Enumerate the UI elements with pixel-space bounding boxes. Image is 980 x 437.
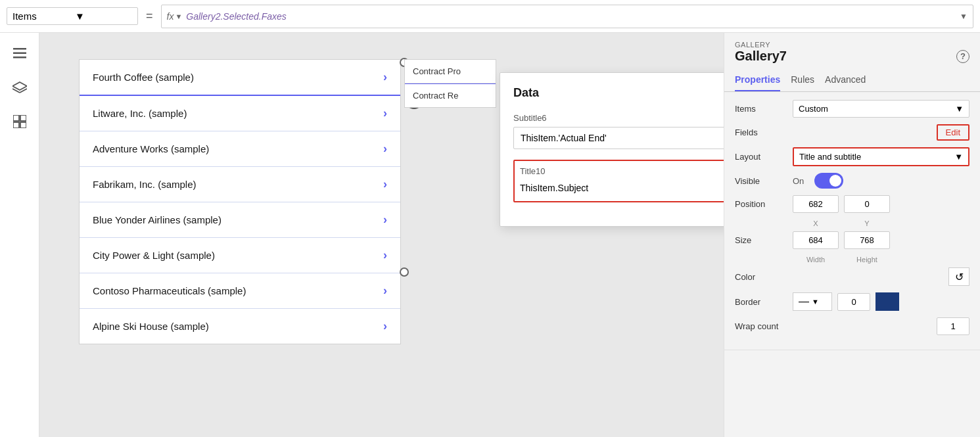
- gallery-item-7[interactable]: Alpine Ski House (sample) ›: [80, 309, 400, 344]
- color-swatch[interactable]: ↺: [948, 267, 969, 286]
- position-y-input[interactable]: [844, 195, 890, 213]
- gallery-container: Fourth Coffee (sample) › Litware, Inc. (…: [79, 59, 401, 344]
- subtitle-value: ThisItem.'Actual End': [521, 133, 607, 143]
- layout-control[interactable]: Title and subtitle ▼: [793, 147, 969, 166]
- top-bar: Items ▼ = fx ▼ Gallery2.Selected.Faxes ▼: [0, 0, 980, 33]
- height-input[interactable]: [844, 231, 890, 249]
- main-layout: Fourth Coffee (sample) › Litware, Inc. (…: [0, 33, 980, 437]
- gallery-item-3[interactable]: Fabrikam, Inc. (sample) ›: [80, 167, 400, 202]
- gallery-item-0[interactable]: Fourth Coffee (sample) ›: [80, 60, 400, 96]
- gallery-chevron-0: ›: [383, 70, 387, 84]
- hamburger-icon[interactable]: [9, 43, 30, 64]
- contract-panel-content: Contract Re: [405, 84, 496, 107]
- gallery-item-text-5: City Power & Light (sample): [93, 250, 383, 261]
- size-row: Size: [735, 231, 969, 249]
- border-line-icon: —: [799, 296, 809, 308]
- width-label: Width: [793, 256, 839, 264]
- svg-marker-3: [12, 82, 27, 90]
- svg-rect-6: [13, 115, 19, 121]
- gallery-chevron-7: ›: [383, 319, 387, 333]
- svg-rect-9: [20, 122, 26, 128]
- wrap-value-input[interactable]: [937, 317, 969, 335]
- visible-row: Visible On: [735, 173, 969, 189]
- wrap-prop-label: Wrap count: [735, 321, 787, 331]
- svg-rect-8: [13, 122, 19, 128]
- data-panel: Data × Subtitle6 ThisItem.'Actual End' ▼…: [500, 72, 724, 227]
- fx-chevron-icon: ▼: [175, 12, 182, 20]
- svg-rect-7: [20, 115, 26, 121]
- title-field-group: Title10 ThisItem.Subject ▼: [513, 160, 724, 202]
- properties-panel: GALLERY Gallery7 ? Properties Rules Adva…: [724, 33, 980, 437]
- fx-label: fx ▼: [167, 11, 183, 22]
- fx-text: fx: [167, 11, 174, 22]
- subtitle-select[interactable]: ThisItem.'Actual End' ▼: [513, 127, 724, 149]
- width-input[interactable]: [793, 231, 839, 249]
- border-line-chevron: ▼: [812, 298, 819, 306]
- tabs-row: Properties Rules Advanced: [724, 69, 980, 92]
- subtitle-label: Subtitle6: [513, 113, 724, 123]
- layout-value: Title and subtitle: [799, 152, 861, 162]
- gallery-chevron-6: ›: [383, 284, 387, 298]
- resize-handle-mid[interactable]: [400, 267, 409, 277]
- gallery-chevron-3: ›: [383, 177, 387, 191]
- canvas-area: Fourth Coffee (sample) › Litware, Inc. (…: [39, 33, 724, 437]
- title-value: ThisItem.Subject: [520, 183, 588, 193]
- items-prop-label: Items: [735, 104, 787, 114]
- gallery-item-text-4: Blue Yonder Airlines (sample): [93, 214, 383, 225]
- gallery-section-label: GALLERY: [724, 33, 980, 49]
- subtitle-field-group: Subtitle6 ThisItem.'Actual End' ▼: [513, 113, 724, 149]
- height-label: Height: [844, 256, 890, 264]
- formula-bar[interactable]: fx ▼ Gallery2.Selected.Faxes ▼: [161, 5, 973, 28]
- help-icon[interactable]: ?: [956, 50, 969, 63]
- svg-rect-2: [13, 57, 26, 58]
- left-sidebar: [0, 33, 39, 437]
- gallery-item-6[interactable]: Contoso Pharmaceuticals (sample) ›: [80, 273, 400, 309]
- gallery-item-1[interactable]: Litware, Inc. (sample) ›: [80, 96, 400, 131]
- wrap-row: Wrap count: [735, 317, 969, 335]
- visible-toggle[interactable]: [814, 173, 843, 189]
- border-color-swatch[interactable]: [875, 292, 899, 311]
- data-panel-header: Data ×: [513, 86, 724, 100]
- gallery-item-text-7: Alpine Ski House (sample): [93, 321, 383, 332]
- border-prop-label: Border: [735, 297, 787, 307]
- title-select[interactable]: ThisItem.Subject ▼: [520, 180, 724, 196]
- equals-sign: =: [143, 9, 156, 23]
- svg-rect-0: [13, 48, 26, 50]
- fields-edit-button[interactable]: Edit: [937, 124, 969, 141]
- fields-prop-label: Fields: [735, 127, 787, 137]
- gallery-item-5[interactable]: City Power & Light (sample) ›: [80, 238, 400, 273]
- tab-rules[interactable]: Rules: [791, 69, 814, 91]
- items-label: Items: [12, 11, 70, 22]
- border-value-input[interactable]: [837, 293, 870, 311]
- layers-icon[interactable]: [9, 77, 30, 98]
- contract-panel: Contract Pro Contract Re: [404, 59, 496, 108]
- border-line-select[interactable]: — ▼: [793, 292, 832, 311]
- position-prop-label: Position: [735, 199, 787, 209]
- wh-labels: Width Height: [793, 256, 969, 264]
- layout-row: Layout Title and subtitle ▼: [735, 147, 969, 166]
- color-row: Color ↺: [735, 267, 969, 286]
- items-chevron-icon: ▼: [955, 104, 964, 114]
- x-label: X: [793, 219, 839, 227]
- gallery-item-4[interactable]: Blue Yonder Airlines (sample) ›: [80, 202, 400, 238]
- gallery-chevron-1: ›: [383, 106, 387, 120]
- formula-dropdown-icon[interactable]: ▼: [960, 12, 968, 21]
- visible-on-label: On: [793, 176, 804, 186]
- layout-prop-label: Layout: [735, 152, 787, 162]
- items-dropdown[interactable]: Items ▼: [7, 7, 138, 25]
- xy-labels: X Y: [793, 219, 969, 227]
- items-section: Items Custom ▼ Fields Edit Layout Title …: [724, 92, 980, 350]
- gallery-item-2[interactable]: Adventure Works (sample) ›: [80, 131, 400, 167]
- tab-properties[interactable]: Properties: [735, 69, 780, 91]
- tab-advanced[interactable]: Advanced: [825, 69, 866, 91]
- gallery-item-text-1: Litware, Inc. (sample): [93, 108, 383, 119]
- items-control[interactable]: Custom ▼: [793, 100, 969, 118]
- y-label: Y: [844, 219, 890, 227]
- dashboard-icon[interactable]: [9, 111, 30, 132]
- contract-panel-header: Contract Pro: [405, 60, 496, 83]
- position-row: Position: [735, 195, 969, 213]
- position-x-input[interactable]: [793, 195, 839, 213]
- fields-row: Fields Edit: [735, 124, 969, 141]
- gallery-name: Gallery7 ?: [724, 49, 980, 69]
- gallery-chevron-2: ›: [383, 142, 387, 156]
